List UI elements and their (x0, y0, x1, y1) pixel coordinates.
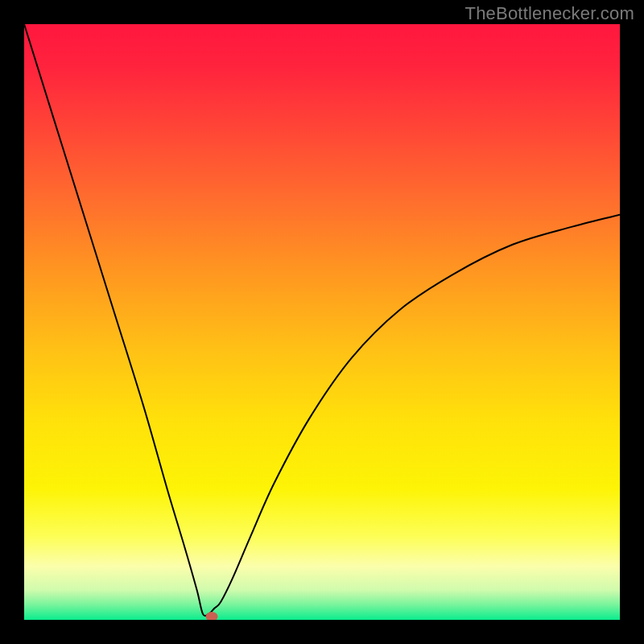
bottleneck-curve (24, 24, 620, 616)
watermark-text: TheBottlenecker.com (465, 3, 634, 24)
optimum-marker (206, 612, 218, 620)
curve-layer (24, 24, 620, 620)
chart-frame: TheBottlenecker.com (0, 0, 644, 644)
plot-area (24, 24, 620, 620)
